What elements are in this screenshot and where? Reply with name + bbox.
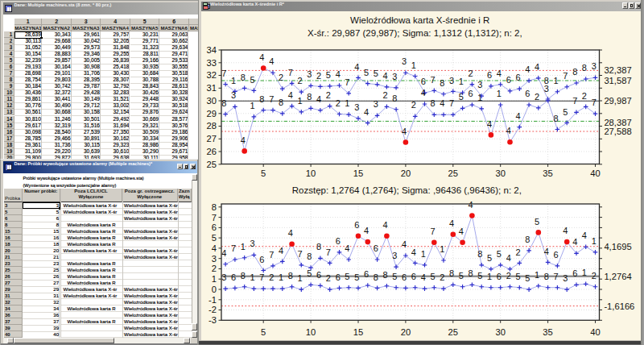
svg-text:7: 7 — [231, 243, 236, 253]
svg-text:32,387: 32,387 — [604, 65, 631, 75]
svg-text:7: 7 — [288, 68, 293, 77]
svg-text:5: 5 — [374, 69, 378, 78]
svg-text:2: 2 — [326, 273, 331, 283]
svg-text:1: 1 — [279, 272, 283, 282]
svg-text:8: 8 — [392, 94, 397, 103]
svg-text:26: 26 — [207, 147, 217, 156]
svg-text:7: 7 — [259, 272, 264, 282]
svg-text:8: 8 — [279, 98, 283, 107]
svg-text:29: 29 — [207, 109, 217, 118]
svg-text:6: 6 — [336, 236, 341, 246]
svg-text:8: 8 — [544, 272, 549, 281]
svg-text:5: 5 — [212, 233, 217, 243]
svg-text:3: 3 — [250, 239, 255, 248]
svg-text:4: 4 — [259, 52, 264, 62]
svg-text:1,2764: 1,2764 — [604, 272, 631, 281]
svg-text:1: 1 — [250, 101, 255, 110]
svg-text:1: 1 — [241, 242, 246, 251]
svg-text:6: 6 — [231, 272, 236, 282]
svg-text:20: 20 — [401, 168, 411, 178]
svg-text:3: 3 — [212, 254, 217, 264]
svg-text:4: 4 — [459, 227, 464, 236]
svg-text:6: 6 — [212, 222, 217, 232]
svg-text:2: 2 — [212, 264, 217, 273]
svg-text:31: 31 — [207, 83, 217, 93]
svg-text:5: 5 — [250, 75, 255, 85]
svg-text:1: 1 — [411, 60, 416, 70]
svg-text:5: 5 — [459, 92, 464, 102]
svg-text:27: 27 — [207, 134, 217, 143]
svg-text:28: 28 — [207, 121, 217, 131]
svg-text:1: 1 — [582, 268, 587, 277]
svg-text:4: 4 — [440, 98, 444, 108]
svg-text:7: 7 — [572, 96, 577, 106]
svg-text:35: 35 — [543, 168, 552, 178]
svg-text:5: 5 — [515, 272, 520, 281]
svg-text:3: 3 — [477, 80, 482, 89]
svg-text:1: 1 — [487, 272, 492, 281]
svg-text:-2: -2 — [208, 305, 217, 314]
svg-text:6: 6 — [487, 70, 492, 80]
svg-text:1: 1 — [592, 236, 597, 246]
svg-text:8: 8 — [307, 92, 312, 102]
svg-text:4: 4 — [506, 126, 511, 135]
svg-text:2: 2 — [515, 247, 520, 257]
svg-text:8: 8 — [307, 251, 312, 261]
svg-text:20: 20 — [401, 327, 411, 337]
svg-text:4: 4 — [336, 69, 341, 79]
svg-text:4,1695: 4,1695 — [604, 242, 631, 251]
svg-text:25: 25 — [448, 327, 458, 337]
svg-text:4: 4 — [497, 69, 502, 78]
svg-text:Wieloźródłowa karta X-średnie: Wieloźródłowa karta X-średnie i R — [350, 15, 489, 25]
svg-text:2: 2 — [326, 90, 331, 100]
svg-text:4: 4 — [572, 237, 577, 247]
svg-text:5: 5 — [261, 327, 266, 337]
svg-text:2: 2 — [411, 100, 416, 110]
svg-text:15: 15 — [353, 168, 363, 178]
svg-text:6: 6 — [421, 77, 426, 86]
svg-text:40: 40 — [590, 168, 600, 178]
svg-text:4: 4 — [316, 94, 321, 104]
svg-text:0: 0 — [212, 285, 217, 294]
svg-text:27,588: 27,588 — [604, 127, 631, 136]
svg-text:2: 2 — [316, 71, 321, 81]
svg-text:5: 5 — [307, 268, 312, 278]
svg-text:3: 3 — [563, 273, 568, 283]
svg-text:8: 8 — [316, 242, 321, 251]
svg-text:1: 1 — [459, 77, 464, 86]
svg-text:25: 25 — [448, 168, 458, 178]
svg-text:33: 33 — [207, 58, 217, 68]
svg-text:1: 1 — [535, 270, 539, 280]
svg-text:6: 6 — [497, 272, 502, 281]
svg-text:8: 8 — [430, 98, 435, 108]
svg-text:8: 8 — [477, 249, 482, 259]
svg-text:4: 4 — [402, 239, 407, 249]
svg-text:4: 4 — [421, 88, 426, 98]
svg-text:3: 3 — [354, 102, 359, 112]
svg-text:4: 4 — [544, 247, 549, 256]
svg-text:-1: -1 — [208, 295, 217, 305]
svg-text:5: 5 — [364, 68, 369, 77]
svg-text:5: 5 — [430, 272, 435, 281]
svg-text:-3: -3 — [208, 315, 217, 325]
svg-text:4: 4 — [288, 90, 293, 100]
svg-text:3: 3 — [221, 272, 226, 282]
svg-text:1: 1 — [345, 98, 349, 108]
svg-text:2: 2 — [269, 272, 274, 282]
svg-text:8: 8 — [449, 268, 454, 278]
svg-text:1: 1 — [297, 273, 302, 283]
svg-text:7: 7 — [269, 94, 274, 104]
svg-text:6: 6 — [336, 272, 341, 282]
svg-text:3: 3 — [307, 69, 312, 79]
svg-text:5: 5 — [535, 217, 539, 227]
svg-text:4: 4 — [212, 243, 217, 253]
svg-text:40: 40 — [590, 327, 600, 337]
svg-text:8: 8 — [212, 202, 217, 212]
svg-text:4: 4 — [364, 226, 369, 235]
svg-text:29,987: 29,987 — [604, 96, 631, 106]
svg-text:35: 35 — [543, 327, 552, 337]
svg-text:6: 6 — [469, 89, 473, 98]
svg-text:1: 1 — [231, 76, 236, 85]
svg-text:4: 4 — [269, 56, 274, 66]
svg-text:6: 6 — [364, 269, 369, 279]
